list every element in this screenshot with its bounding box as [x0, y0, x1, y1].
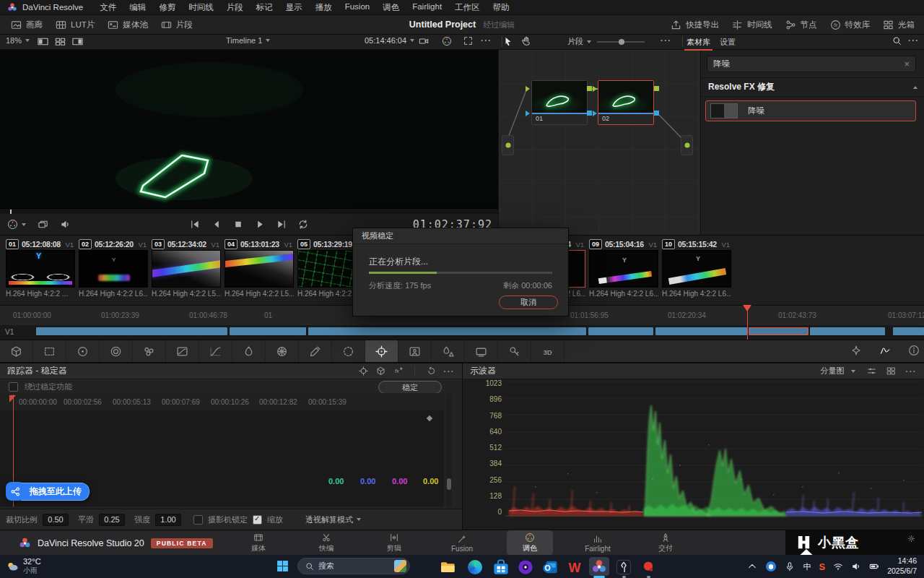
node-zoom-slider[interactable]	[597, 41, 645, 43]
loop-icon[interactable]	[298, 219, 309, 230]
clip-thumbnail-item[interactable]: 09 05:15:04:16 V1 H.264 High 4:2:2 L6...	[589, 238, 658, 305]
red-app-button[interactable]	[640, 558, 657, 576]
outlook-button[interactable]: O	[541, 558, 559, 576]
workspace-toggle-button[interactable]: 节点	[779, 18, 824, 32]
clip-thumbnail-item[interactable]: 01 05:12:08:08 V1 H.264 High 4:2:2 ...	[6, 238, 75, 305]
panel-toggle-button[interactable]: LUT片	[49, 18, 101, 32]
clip-thumbnail[interactable]	[589, 250, 658, 288]
palette-right-button[interactable]	[879, 345, 891, 356]
palette-tool-button[interactable]	[398, 340, 432, 362]
zoom-checkbox[interactable]	[253, 515, 262, 525]
page-tab[interactable]: 交付	[642, 530, 689, 556]
gear-icon[interactable]	[907, 535, 915, 543]
key-output-port[interactable]	[654, 111, 659, 116]
mic-icon[interactable]	[785, 561, 795, 571]
clip-thumbnail[interactable]	[225, 250, 294, 288]
menu-item[interactable]: 工作区	[448, 2, 487, 13]
project-title[interactable]: Untitled Project	[409, 20, 476, 30]
volume-icon[interactable]	[851, 561, 861, 571]
clip-thumbnail[interactable]	[662, 250, 731, 288]
rgb-output-port[interactable]	[587, 86, 592, 91]
page-tab[interactable]: Fusion	[439, 532, 485, 555]
scope-expand-icon[interactable]	[886, 366, 896, 376]
reset-icon[interactable]	[427, 366, 436, 376]
fx-search-input[interactable]: 降噪 ×	[707, 56, 916, 72]
tracker-options-menu[interactable]: ···	[444, 367, 456, 376]
palette-right-button[interactable]	[908, 345, 920, 356]
tray-chevron-up-icon[interactable]	[747, 561, 757, 571]
page-tab[interactable]: 媒体	[235, 530, 282, 556]
tracker-scrollbar[interactable]	[446, 393, 452, 506]
grab-still-icon[interactable]	[7, 219, 18, 230]
audio-mute-icon[interactable]	[60, 219, 71, 230]
palette-tool-button[interactable]	[365, 340, 398, 362]
arrow-cursor-icon[interactable]	[503, 36, 513, 46]
menu-item[interactable]: 显示	[279, 2, 309, 13]
menu-item[interactable]: 标记	[250, 2, 279, 13]
palette-right-button[interactable]	[850, 345, 862, 356]
menu-item[interactable]: 修剪	[152, 2, 182, 13]
palette-tool-button[interactable]: 3D	[531, 340, 565, 362]
smooth-field[interactable]: 0.25	[99, 514, 125, 526]
source-node[interactable]	[502, 135, 514, 155]
davinci-resolve-button[interactable]	[589, 557, 609, 576]
tracker-target-icon[interactable]	[359, 366, 368, 376]
palette-tool-button[interactable]	[498, 340, 531, 362]
panel-toggle-button[interactable]: 片段	[154, 18, 199, 32]
timeline-select[interactable]: Timeline 1	[226, 36, 270, 45]
page-tab[interactable]: 剪辑	[371, 530, 417, 556]
palette-tool-button[interactable]	[133, 340, 166, 362]
node-options-menu[interactable]: ···	[661, 36, 672, 45]
camera-icon[interactable]	[419, 36, 429, 46]
node-view-select[interactable]: 片段	[567, 36, 591, 47]
palette-tool-button[interactable]	[232, 340, 266, 362]
menu-item[interactable]: 调色	[376, 2, 406, 13]
go-to-last-frame-icon[interactable]	[276, 219, 287, 230]
key-input-port[interactable]	[526, 111, 530, 116]
menu-item[interactable]: 文件	[93, 2, 123, 13]
library-options-menu[interactable]: ···	[908, 36, 920, 45]
ime-indicator[interactable]: 中	[803, 561, 811, 572]
tracker-ruler[interactable]: 00:00:00:0000:00:02:5600:00:05:1300:00:0…	[0, 393, 444, 411]
key-input-port[interactable]	[593, 111, 597, 116]
fx-section-header[interactable]: Resolve FX 修复	[701, 77, 924, 97]
palette-tool-button[interactable]	[33, 340, 66, 362]
palette-tool-button[interactable]	[66, 340, 100, 362]
clip-thumbnail[interactable]	[79, 250, 148, 288]
clip-thumbnail-item[interactable]: 04 05:13:01:23 V1 H.264 High 4:2:2 L5...	[225, 238, 294, 305]
taskbar-search[interactable]: 搜索	[297, 558, 410, 574]
cancel-button[interactable]: 取消	[499, 296, 558, 309]
tracker-fx-icon[interactable]: fx	[393, 366, 403, 376]
crop-ratio-field[interactable]: 0.50	[43, 514, 69, 526]
tab-settings[interactable]: 设置	[718, 36, 738, 49]
menu-item[interactable]: Fairlight	[406, 2, 448, 13]
wifi-icon[interactable]	[833, 561, 843, 571]
palette-tool-button[interactable]	[299, 340, 332, 362]
sogou-ime-icon[interactable]: S	[819, 561, 825, 572]
timeline-clip-segment[interactable]	[36, 327, 227, 335]
timeline-clip-segment[interactable]	[655, 327, 747, 335]
palette-tool-button[interactable]	[432, 340, 465, 362]
palette-tool-button[interactable]	[199, 340, 232, 362]
clip-thumbnail-item[interactable]: 02 05:12:26:20 V1 H.264 High 4:2:2 L6...	[79, 238, 148, 305]
edge-button[interactable]	[466, 558, 484, 576]
go-to-first-frame-icon[interactable]	[190, 219, 201, 230]
media-player-button[interactable]	[517, 558, 534, 576]
clip-thumbnail-item[interactable]: 10 05:15:15:42 V1 H.264 High 4:2:2 L6...	[662, 238, 731, 305]
clip-thumbnail[interactable]	[6, 250, 75, 288]
palette-tool-button[interactable]	[0, 340, 33, 362]
viewer-zoom-select[interactable]: 18%	[6, 36, 30, 45]
corrector-node-02[interactable]: 02	[598, 80, 654, 125]
play-icon[interactable]	[255, 219, 266, 230]
timeline-clip-segment[interactable]	[810, 327, 885, 335]
rgb-input-port[interactable]	[526, 86, 530, 92]
battery-icon[interactable]	[869, 561, 879, 571]
fx-item-noise-reduction[interactable]: 降噪	[705, 100, 916, 121]
menu-item[interactable]: 帮助	[487, 2, 516, 13]
start-button[interactable]	[276, 560, 289, 572]
menu-item[interactable]: 片段	[220, 2, 250, 13]
page-tab[interactable]: 快编	[303, 530, 349, 556]
color-viewer-icon[interactable]	[442, 36, 452, 46]
clip-thumbnail[interactable]	[152, 250, 221, 288]
expand-viewer-icon[interactable]	[463, 36, 473, 46]
